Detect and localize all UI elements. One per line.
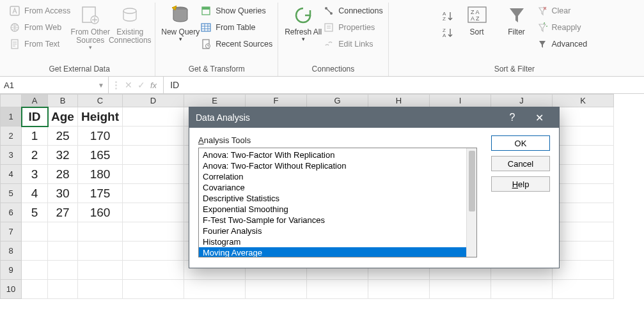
- from-web-button[interactable]: From Web: [9, 20, 70, 34]
- from-other-sources-button[interactable]: From Other Sources: [70, 3, 110, 51]
- cell[interactable]: 175: [78, 184, 123, 203]
- row-header[interactable]: 10: [1, 280, 22, 299]
- cell[interactable]: [553, 261, 614, 280]
- column-header[interactable]: F: [246, 95, 307, 107]
- cell[interactable]: Height: [78, 107, 123, 126]
- cell[interactable]: Age: [48, 107, 78, 126]
- dialog-close-icon[interactable]: ✕: [526, 112, 553, 124]
- cell[interactable]: 165: [78, 146, 123, 165]
- scrollbar-thumb[interactable]: [469, 151, 475, 211]
- cell[interactable]: [553, 165, 614, 184]
- cell[interactable]: [123, 165, 184, 184]
- cell[interactable]: [553, 241, 614, 261]
- advanced-button[interactable]: Advanced: [537, 37, 588, 51]
- row-header[interactable]: 4: [1, 165, 22, 184]
- column-header[interactable]: J: [491, 95, 553, 107]
- cell[interactable]: [123, 146, 184, 165]
- cell[interactable]: [553, 126, 614, 146]
- column-header[interactable]: H: [368, 95, 430, 107]
- row-header[interactable]: 9: [1, 261, 22, 280]
- name-box[interactable]: A1 ▼: [0, 77, 109, 93]
- cell[interactable]: [48, 241, 78, 261]
- cell[interactable]: [553, 146, 614, 165]
- formula-input[interactable]: ID: [164, 80, 644, 90]
- list-item[interactable]: Anova: Two-Factor With Replication: [199, 150, 476, 160]
- cell[interactable]: [553, 184, 614, 203]
- help-button[interactable]: Help: [491, 176, 550, 192]
- cell[interactable]: [307, 280, 368, 299]
- cell[interactable]: [123, 280, 184, 299]
- list-item[interactable]: Correlation: [199, 171, 476, 182]
- clear-button[interactable]: Clear: [537, 4, 588, 18]
- from-access-button[interactable]: From Access: [9, 4, 70, 18]
- dialog-help-icon[interactable]: ?: [499, 112, 526, 123]
- cell[interactable]: [123, 107, 184, 126]
- cell[interactable]: [553, 203, 614, 222]
- sort-desc-button[interactable]: ZA: [442, 26, 457, 40]
- cell[interactable]: 27: [48, 203, 78, 222]
- cancel-button[interactable]: Cancel: [491, 156, 550, 171]
- new-query-button[interactable]: New Query: [161, 3, 200, 43]
- column-header[interactable]: K: [553, 95, 614, 107]
- cell[interactable]: [123, 241, 184, 261]
- list-item[interactable]: Histogram: [199, 236, 476, 247]
- cell[interactable]: [123, 203, 184, 222]
- cell[interactable]: [78, 261, 123, 280]
- list-item[interactable]: Covariance: [199, 182, 476, 193]
- cell[interactable]: 25: [48, 126, 78, 146]
- cell[interactable]: 32: [48, 146, 78, 165]
- cancel-formula-icon[interactable]: ✕: [125, 80, 132, 90]
- dialog-titlebar[interactable]: Data Analysis ? ✕: [189, 107, 559, 128]
- analysis-tools-listbox[interactable]: Anova: Two-Factor With ReplicationAnova:…: [198, 148, 477, 257]
- column-header[interactable]: G: [307, 95, 368, 107]
- cell[interactable]: [246, 280, 307, 299]
- list-item[interactable]: Descriptive Statistics: [199, 193, 476, 204]
- row-header[interactable]: 8: [1, 241, 22, 261]
- cell[interactable]: 1: [22, 126, 48, 146]
- list-item[interactable]: Anova: Two-Factor Without Replication: [199, 160, 476, 171]
- list-item[interactable]: Exponential Smoothing: [199, 204, 476, 215]
- cell[interactable]: 2: [22, 146, 48, 165]
- listbox-scrollbar[interactable]: [466, 148, 476, 257]
- cell[interactable]: [123, 184, 184, 203]
- column-header[interactable]: B: [48, 95, 78, 107]
- cell[interactable]: [48, 280, 78, 299]
- row-header[interactable]: 5: [1, 184, 22, 203]
- from-text-button[interactable]: From Text: [9, 37, 70, 51]
- properties-button[interactable]: Properties: [323, 20, 383, 34]
- filter-button[interactable]: Filter: [497, 3, 537, 36]
- cell[interactable]: [78, 222, 123, 241]
- cell[interactable]: 3: [22, 165, 48, 184]
- from-table-button[interactable]: From Table: [200, 20, 272, 34]
- cell[interactable]: 180: [78, 165, 123, 184]
- cell[interactable]: [78, 280, 123, 299]
- column-header[interactable]: A: [22, 95, 48, 107]
- row-header[interactable]: 2: [1, 126, 22, 146]
- cell[interactable]: ID: [22, 107, 48, 126]
- reapply-button[interactable]: Reapply: [537, 20, 588, 34]
- sort-button[interactable]: Z AA Z Sort: [457, 3, 497, 36]
- cell[interactable]: [553, 107, 614, 126]
- cell[interactable]: [22, 222, 48, 241]
- cell[interactable]: [184, 280, 246, 299]
- cell[interactable]: [553, 222, 614, 241]
- existing-connections-button[interactable]: Existing Connections: [110, 3, 150, 45]
- cell[interactable]: [430, 280, 491, 299]
- cell[interactable]: [368, 280, 430, 299]
- cell[interactable]: 4: [22, 184, 48, 203]
- enter-formula-icon[interactable]: ✓: [137, 80, 145, 90]
- connections-button[interactable]: Connections: [323, 4, 383, 18]
- insert-function-icon[interactable]: fx: [150, 80, 157, 90]
- cell[interactable]: [123, 222, 184, 241]
- list-item[interactable]: F-Test Two-Sample for Variances: [199, 215, 476, 226]
- list-item[interactable]: Moving Average: [199, 247, 476, 257]
- cell[interactable]: 160: [78, 203, 123, 222]
- row-header[interactable]: 6: [1, 203, 22, 222]
- column-header[interactable]: D: [123, 95, 184, 107]
- row-header[interactable]: 1: [1, 107, 22, 126]
- column-header[interactable]: E: [184, 95, 246, 107]
- row-header[interactable]: 7: [1, 222, 22, 241]
- cell[interactable]: [48, 222, 78, 241]
- recent-sources-button[interactable]: Recent Sources: [200, 37, 272, 51]
- cell[interactable]: [78, 241, 123, 261]
